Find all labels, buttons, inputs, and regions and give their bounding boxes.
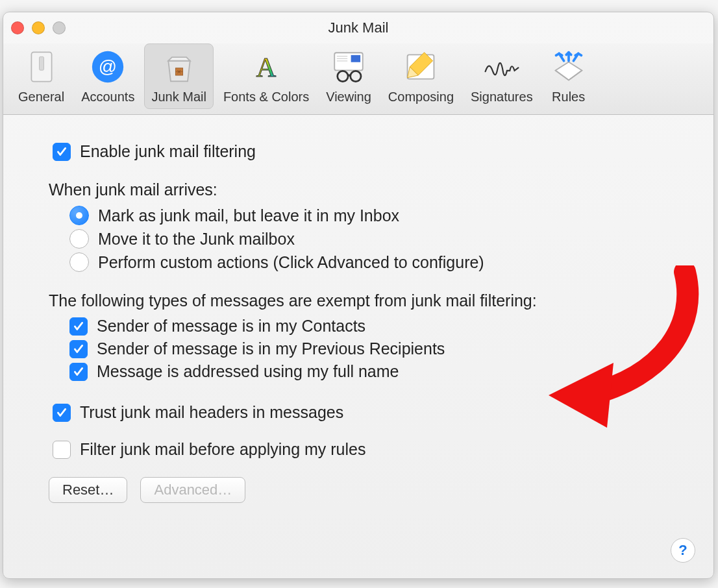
checkbox-label: Sender of message is in my Previous Reci… [97, 339, 445, 358]
svg-text:✕: ✕ [177, 69, 182, 75]
advanced-button[interactable]: Advanced… [140, 477, 245, 503]
tab-signatures[interactable]: Signatures [464, 43, 540, 109]
tab-accounts[interactable]: @ Accounts [74, 43, 142, 109]
svg-rect-9 [351, 55, 361, 62]
viewing-icon [330, 48, 367, 86]
arrives-move-junk-radio[interactable] [69, 229, 89, 249]
exempt-full-name-checkbox[interactable] [69, 363, 88, 381]
tab-fonts-colors[interactable]: A Fonts & Colors [216, 43, 316, 109]
preferences-toolbar: General @ Accounts ✕ Junk Mail [3, 43, 713, 115]
preferences-window: Junk Mail General @ Accounts ✕ [3, 12, 714, 579]
tab-general[interactable]: General [11, 43, 71, 109]
tab-junk-mail[interactable]: ✕ Junk Mail [144, 43, 213, 109]
checkbox-label: Sender of message is in my Contacts [97, 317, 365, 336]
enable-junk-filtering-checkbox[interactable] [53, 143, 71, 161]
zoom-window-button[interactable] [53, 21, 66, 34]
junk-mail-settings: Enable junk mail filtering When junk mai… [3, 115, 713, 516]
window-title: Junk Mail [3, 19, 713, 36]
close-window-button[interactable] [11, 21, 24, 34]
tab-label: Accounts [81, 90, 134, 104]
reset-button[interactable]: Reset… [49, 477, 127, 503]
composing-icon [402, 48, 439, 86]
enable-junk-filtering-label: Enable junk mail filtering [80, 142, 256, 161]
arrives-custom-actions-radio[interactable] [69, 252, 89, 272]
svg-point-13 [338, 71, 348, 81]
tab-label: Rules [552, 90, 585, 104]
checkbox-label: Filter junk mail before applying my rule… [80, 440, 365, 459]
title-bar: Junk Mail [3, 12, 713, 43]
exempt-title: The following types of messages are exem… [49, 291, 685, 310]
svg-text:A: A [256, 52, 277, 82]
general-icon [23, 48, 60, 86]
exempt-previous-recipients-checkbox[interactable] [69, 340, 88, 358]
tab-rules[interactable]: Rules [543, 43, 595, 109]
svg-text:@: @ [99, 56, 117, 77]
radio-label: Perform custom actions (Click Advanced t… [98, 253, 484, 272]
filter-before-rules-checkbox[interactable] [53, 441, 71, 459]
tab-label: Signatures [471, 90, 533, 104]
junk-mail-icon: ✕ [160, 48, 198, 86]
trust-headers-checkbox[interactable] [53, 404, 71, 422]
tab-viewing[interactable]: Viewing [319, 43, 378, 109]
radio-label: Move it to the Junk mailbox [98, 230, 295, 249]
tab-label: Viewing [326, 90, 371, 104]
radio-label: Mark as junk mail, but leave it in my In… [98, 206, 399, 225]
minimize-window-button[interactable] [32, 21, 45, 34]
when-arrives-title: When junk mail arrives: [49, 180, 685, 199]
window-controls [11, 21, 66, 34]
tab-composing[interactable]: Composing [381, 43, 461, 109]
svg-rect-1 [39, 56, 43, 70]
tab-label: Fonts & Colors [223, 90, 309, 104]
checkbox-label: Trust junk mail headers in messages [80, 403, 343, 422]
fonts-colors-icon: A [247, 48, 285, 86]
tab-label: General [18, 90, 64, 104]
exempt-contacts-checkbox[interactable] [69, 317, 88, 336]
tab-label: Composing [388, 90, 454, 104]
accounts-icon: @ [89, 48, 127, 86]
svg-point-14 [351, 71, 361, 81]
help-button[interactable]: ? [671, 538, 695, 563]
rules-icon [550, 48, 588, 86]
checkbox-label: Message is addressed using my full name [97, 362, 399, 381]
tab-label: Junk Mail [151, 90, 206, 104]
arrives-mark-leave-inbox-radio[interactable] [69, 206, 89, 225]
signatures-icon [483, 48, 521, 86]
